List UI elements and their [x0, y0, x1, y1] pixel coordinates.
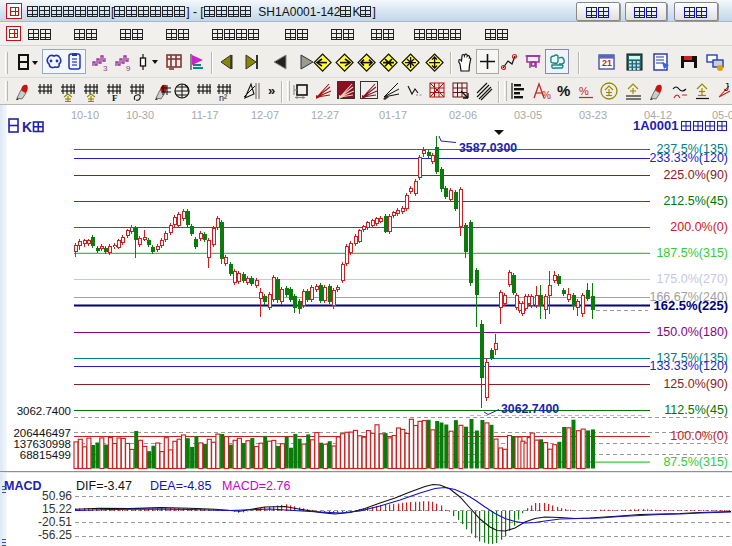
svg-text:162.5%(225): 162.5%(225)	[654, 298, 728, 313]
svg-text:15.22: 15.22	[42, 502, 72, 516]
svg-text:225.0%(90): 225.0%(90)	[663, 168, 728, 182]
svg-text:21: 21	[602, 58, 612, 68]
svg-text:50.96: 50.96	[42, 489, 72, 503]
svg-text:9: 9	[126, 64, 131, 73]
svg-text:112.5%(45): 112.5%(45)	[664, 403, 728, 417]
svg-text:J: J	[724, 82, 729, 93]
svg-text:12-07: 12-07	[251, 109, 279, 121]
svg-text:MACD: MACD	[4, 479, 42, 493]
svg-text:100.0%(0): 100.0%(0)	[670, 429, 728, 443]
svg-text:03-05: 03-05	[514, 109, 542, 121]
svg-text:-56.25: -56.25	[38, 528, 72, 542]
svg-text:125.0%(90): 125.0%(90)	[663, 377, 728, 391]
svg-text:%: %	[579, 85, 589, 97]
svg-text:10-30: 10-30	[126, 109, 154, 121]
svg-text:200.0%(0): 200.0%(0)	[670, 220, 728, 234]
svg-text:175.0%(270): 175.0%(270)	[656, 272, 728, 286]
svg-text:150.0%(180): 150.0%(180)	[656, 325, 728, 339]
svg-text:F: F	[112, 93, 118, 102]
svg-text:02-06: 02-06	[449, 109, 477, 121]
svg-text:133.33%(120): 133.33%(120)	[649, 359, 728, 373]
svg-text:MACD=2.76: MACD=2.76	[222, 479, 290, 493]
svg-text:212.5%(45): 212.5%(45)	[663, 194, 728, 208]
svg-text:10-10: 10-10	[71, 109, 99, 121]
svg-text:DIF=-3.47: DIF=-3.47	[76, 479, 132, 493]
svg-text:12-27: 12-27	[311, 109, 339, 121]
svg-text:233.33%(120): 233.33%(120)	[649, 151, 728, 165]
svg-text:K: K	[22, 119, 32, 135]
svg-text:87.5%(315): 87.5%(315)	[663, 455, 728, 469]
svg-text:n²: n²	[219, 93, 227, 102]
svg-text:1A0001: 1A0001	[633, 118, 679, 133]
svg-text:03-23: 03-23	[579, 109, 607, 121]
svg-text:05-06: 05-06	[712, 109, 732, 121]
svg-text:3062.7400: 3062.7400	[17, 405, 71, 417]
svg-text:-20.51: -20.51	[38, 515, 72, 529]
svg-text:3: 3	[103, 64, 108, 73]
svg-text:68815499: 68815499	[20, 449, 71, 461]
svg-text:DEA=-4.85: DEA=-4.85	[150, 479, 212, 493]
svg-text:187.5%(315): 187.5%(315)	[656, 246, 728, 260]
svg-text:3587.0300: 3587.0300	[459, 141, 517, 155]
svg-text:01-17: 01-17	[379, 109, 407, 121]
svg-text:%: %	[542, 90, 551, 101]
svg-text:3062.7400: 3062.7400	[501, 402, 559, 416]
svg-text:11-17: 11-17	[191, 109, 218, 121]
